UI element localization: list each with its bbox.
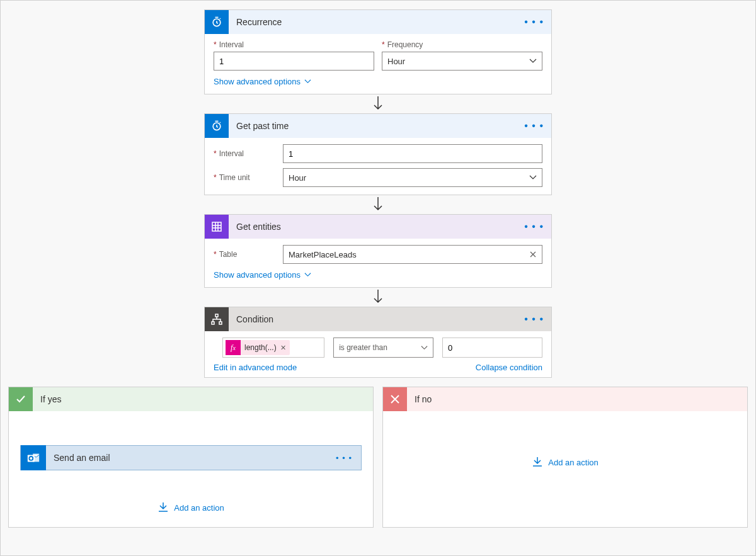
send-email-action[interactable]: Send an email • • •	[20, 445, 362, 470]
if-yes-header: If yes	[9, 387, 373, 411]
condition-left-operand[interactable]: fx length(...) ✕	[222, 338, 324, 358]
get-entities-header[interactable]: Get entities • • •	[205, 215, 551, 239]
add-step-icon	[532, 457, 543, 468]
edit-advanced-mode-link[interactable]: Edit in advanced mode	[214, 363, 297, 372]
collapse-condition-link[interactable]: Collapse condition	[476, 363, 542, 372]
more-menu-icon[interactable]: • • •	[517, 120, 551, 132]
condition-card: Condition • • • fx length(...) ✕ is grea…	[204, 307, 552, 378]
svg-rect-3	[215, 314, 218, 317]
send-email-label: Send an email	[46, 453, 327, 463]
chevron-down-icon	[529, 57, 537, 65]
flow-designer-canvas: Recurrence • • • *Interval *Frequency Ho…	[0, 0, 756, 556]
outlook-icon	[21, 445, 46, 470]
clear-icon[interactable]	[529, 251, 537, 258]
cross-icon	[383, 387, 407, 411]
flow-arrow-icon	[373, 94, 383, 113]
get-past-time-title: Get past time	[229, 121, 517, 131]
condition-operator-select[interactable]: is greater than	[333, 338, 433, 358]
get-entities-title: Get entities	[229, 222, 517, 232]
expression-token[interactable]: fx length(...) ✕	[226, 340, 290, 355]
frequency-select[interactable]: Hour	[382, 52, 542, 71]
more-menu-icon[interactable]: • • •	[327, 453, 361, 463]
add-step-icon	[158, 502, 169, 513]
add-action-button[interactable]: Add an action	[532, 457, 598, 468]
get-past-time-header[interactable]: Get past time • • •	[205, 114, 551, 138]
fx-icon: fx	[226, 340, 241, 355]
if-no-label: If no	[407, 394, 747, 404]
recurrence-header[interactable]: Recurrence • • •	[205, 10, 551, 34]
past-interval-input[interactable]	[283, 144, 542, 163]
if-yes-branch: If yes Send an email • • • Add an action	[8, 387, 374, 528]
if-no-header: If no	[383, 387, 747, 411]
flow-arrow-icon	[373, 195, 383, 214]
get-past-time-card: Get past time • • • *Interval *Time unit…	[204, 113, 552, 195]
table-icon	[205, 215, 229, 239]
interval-label: *Interval	[214, 40, 374, 49]
check-icon	[9, 387, 33, 411]
chevron-down-icon	[304, 271, 311, 278]
clock-icon	[205, 114, 229, 138]
recurrence-card: Recurrence • • • *Interval *Frequency Ho…	[204, 9, 552, 94]
get-entities-card: Get entities • • • *Table MarketPlaceLea…	[204, 214, 552, 288]
chevron-down-icon	[421, 344, 428, 351]
more-menu-icon[interactable]: • • •	[517, 221, 551, 232]
more-menu-icon[interactable]: • • •	[517, 16, 551, 28]
past-interval-label: *Interval	[214, 149, 283, 158]
interval-input[interactable]	[214, 52, 374, 71]
recurrence-title: Recurrence	[229, 17, 517, 27]
chevron-down-icon	[304, 78, 311, 85]
svg-rect-5	[219, 322, 222, 324]
svg-rect-2	[212, 222, 221, 231]
if-no-branch: If no Add an action	[382, 387, 748, 528]
show-advanced-link[interactable]: Show advanced options	[214, 270, 311, 280]
time-unit-label: *Time unit	[214, 173, 283, 182]
if-yes-label: If yes	[33, 394, 373, 404]
clock-icon	[205, 10, 229, 34]
time-unit-select[interactable]: Hour	[283, 168, 542, 187]
svg-rect-4	[212, 322, 214, 324]
condition-right-operand[interactable]	[442, 338, 542, 358]
flow-arrow-icon	[373, 288, 383, 307]
condition-header[interactable]: Condition • • •	[205, 307, 551, 331]
branch-icon	[205, 307, 229, 331]
show-advanced-link[interactable]: Show advanced options	[214, 77, 311, 86]
condition-title: Condition	[229, 314, 517, 324]
add-action-button[interactable]: Add an action	[158, 502, 224, 513]
remove-token-icon[interactable]: ✕	[280, 344, 286, 352]
table-label: *Table	[214, 250, 283, 259]
frequency-label: *Frequency	[382, 40, 542, 49]
more-menu-icon[interactable]: • • •	[517, 314, 551, 325]
chevron-down-icon	[529, 174, 537, 181]
table-input[interactable]: MarketPlaceLeads	[283, 245, 542, 264]
